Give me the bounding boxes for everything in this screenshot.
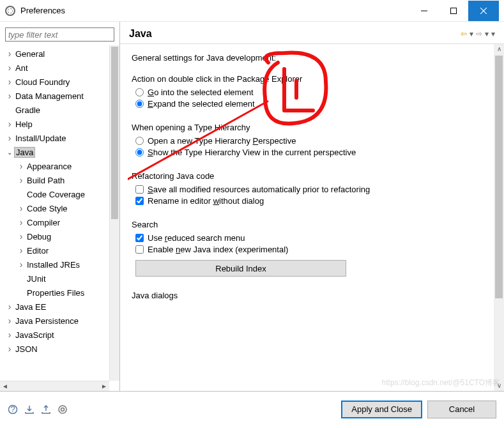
tree-item[interactable]: ›Appearance (0, 159, 109, 173)
tree-item[interactable]: ›JavaScript (0, 328, 109, 342)
option-save-resources[interactable]: Save all modified resources automaticall… (135, 185, 489, 194)
oomph-icon[interactable] (57, 404, 68, 415)
filter-input[interactable] (5, 27, 114, 42)
tree-item[interactable]: ›Compiler (0, 215, 109, 229)
checkbox-new-index[interactable] (135, 245, 144, 254)
tree-item-label: Java EE (14, 302, 47, 312)
sidebar: ›General›Ant›Cloud Foundry›Data Manageme… (0, 22, 120, 391)
tree-item-label: Build Path (26, 176, 66, 185)
chevron-right-icon[interactable]: › (17, 161, 26, 171)
preferences-tree[interactable]: ›General›Ant›Cloud Foundry›Data Manageme… (0, 45, 109, 381)
close-button[interactable] (468, 1, 499, 21)
chevron-right-icon[interactable]: › (5, 91, 14, 101)
tree-item[interactable]: ›Ant (0, 61, 109, 75)
radio-go-into[interactable] (135, 88, 144, 96)
group-search: Search Use reduced search menu Enable ne… (132, 220, 489, 277)
option-label: Use reduced search menu (148, 233, 245, 243)
group-title: Search (132, 220, 489, 229)
tree-item-label: Java (14, 147, 35, 158)
radio-show-view[interactable] (135, 148, 144, 157)
tree-item[interactable]: ›Install/Update (0, 131, 109, 145)
tree-item[interactable]: Gradle (0, 103, 109, 117)
checkbox-reduced-menu[interactable] (135, 234, 144, 242)
chevron-right-icon[interactable]: › (17, 175, 26, 185)
chevron-right-icon[interactable]: › (5, 77, 14, 87)
import-icon[interactable] (24, 404, 34, 415)
tree-item[interactable]: ›General (0, 47, 109, 61)
option-label: Go into the selected element (148, 88, 254, 97)
scrollbar-thumb[interactable] (111, 47, 118, 219)
tree-item[interactable]: ›Editor (0, 243, 109, 257)
option-new-perspective[interactable]: Open a new Type Hierarchy Perspective (135, 136, 489, 146)
chevron-right-icon[interactable]: › (17, 203, 26, 213)
tree-vertical-scrollbar[interactable] (109, 45, 119, 381)
forward-menu-icon[interactable]: ▾ (485, 29, 489, 38)
tree-item[interactable]: ›Build Path (0, 173, 109, 187)
cancel-button[interactable]: Cancel (427, 401, 496, 418)
tree-item[interactable]: ›Debug (0, 229, 109, 243)
scroll-down-icon[interactable]: ∨ (494, 381, 504, 391)
page-title: Java (129, 28, 461, 40)
maximize-button[interactable] (439, 1, 468, 21)
tree-item-label: JavaScript (14, 330, 56, 340)
rebuild-index-button[interactable]: Rebuild Index (135, 260, 346, 277)
export-icon[interactable] (41, 404, 51, 415)
option-label: Rename in editor without dialog (148, 196, 264, 206)
chevron-down-icon[interactable]: ⌄ (5, 149, 14, 156)
tree-item[interactable]: ›Installed JREs (0, 257, 109, 271)
chevron-right-icon[interactable]: › (5, 63, 14, 73)
content-area: ›General›Ant›Cloud Foundry›Data Manageme… (0, 22, 504, 391)
tree-item[interactable]: ›Java EE (0, 300, 109, 314)
body-vertical-scrollbar[interactable]: ∧ ∨ (494, 44, 504, 391)
tree-item[interactable]: Code Coverage (0, 187, 109, 201)
tree-item-label: Gradle (14, 105, 42, 115)
radio-new-perspective[interactable] (135, 137, 144, 145)
radio-expand[interactable] (135, 100, 144, 108)
scroll-left-icon[interactable]: ◄ (0, 383, 10, 390)
chevron-right-icon[interactable]: › (5, 330, 14, 340)
help-icon[interactable]: ? (8, 404, 18, 415)
tree-item[interactable]: ›Cloud Foundry (0, 75, 109, 89)
tree-item[interactable]: ›Data Management (0, 89, 109, 103)
forward-icon[interactable]: ⇨ (476, 29, 482, 38)
minimize-button[interactable] (409, 1, 439, 21)
scrollbar-thumb[interactable] (495, 56, 503, 298)
tree-item[interactable]: ›Java Persistence (0, 314, 109, 328)
back-icon[interactable]: ⇦ (461, 29, 467, 38)
panel-menu-icon[interactable]: ▾ (491, 29, 495, 38)
chevron-right-icon[interactable]: › (5, 119, 14, 129)
checkbox-rename-inline[interactable] (135, 197, 144, 205)
window-title: Preferences (20, 6, 409, 15)
tree-item-label: Appearance (26, 162, 73, 171)
tree-item[interactable]: JUnit (0, 271, 109, 286)
tree-item[interactable]: Properties Files (0, 286, 109, 300)
checkbox-save-resources[interactable] (135, 185, 144, 194)
apply-close-button[interactable]: Apply and Close (341, 401, 422, 418)
option-new-index[interactable]: Enable new Java index (experimental) (135, 245, 489, 254)
option-rename-inline[interactable]: Rename in editor without dialog (135, 196, 489, 206)
back-menu-icon[interactable]: ▾ (470, 29, 473, 38)
scroll-right-icon[interactable]: ► (99, 383, 109, 390)
chevron-right-icon[interactable]: › (5, 49, 14, 59)
chevron-right-icon[interactable]: › (17, 217, 26, 227)
chevron-right-icon[interactable]: › (5, 302, 14, 312)
tree-item-label: Installed JREs (26, 260, 81, 270)
chevron-right-icon[interactable]: › (17, 245, 26, 256)
chevron-right-icon[interactable]: › (17, 231, 26, 241)
chevron-right-icon[interactable]: › (5, 133, 14, 143)
tree-item[interactable]: ›JSON (0, 342, 109, 356)
chevron-right-icon[interactable]: › (17, 259, 26, 270)
tree-horizontal-scrollbar[interactable]: ◄ ► (0, 381, 109, 391)
tree-item[interactable]: ›Help (0, 117, 109, 131)
option-reduced-menu[interactable]: Use reduced search menu (135, 233, 489, 243)
scroll-up-icon[interactable]: ∧ (494, 44, 504, 54)
tree-item[interactable]: ›Code Style (0, 201, 109, 215)
option-go-into[interactable]: Go into the selected element (135, 88, 489, 97)
option-label: Expand the selected element (148, 99, 255, 109)
option-expand[interactable]: Expand the selected element (135, 99, 489, 109)
tree-item[interactable]: ⌄Java (0, 145, 109, 159)
option-show-view[interactable]: Show the Type Hierarchy View in the curr… (135, 148, 489, 157)
chevron-right-icon[interactable]: › (5, 344, 14, 354)
chevron-right-icon[interactable]: › (5, 316, 14, 326)
tree-item-label: Debug (26, 232, 52, 241)
